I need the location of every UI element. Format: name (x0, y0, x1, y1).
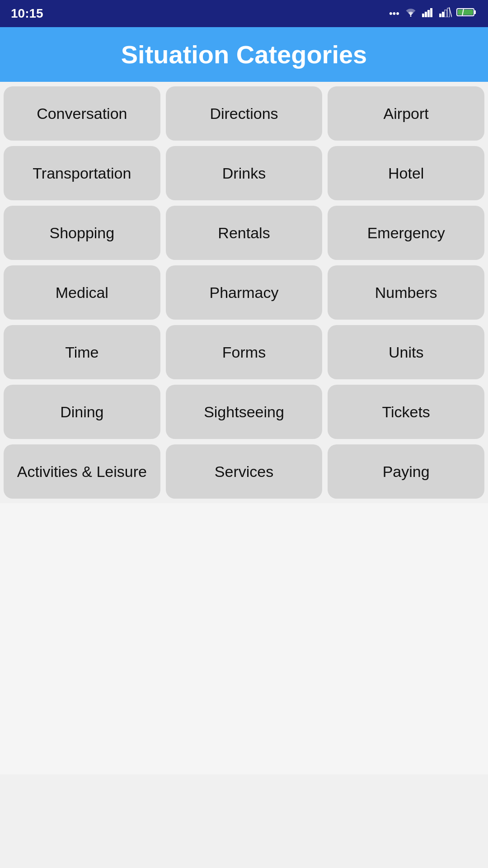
category-airport[interactable]: Airport (328, 86, 484, 141)
page-header: Situation Categories (0, 27, 488, 82)
category-label-directions: Directions (210, 104, 278, 123)
category-dining[interactable]: Dining (4, 385, 160, 439)
svg-rect-5 (439, 14, 441, 17)
category-medical[interactable]: Medical (4, 265, 160, 320)
svg-rect-7 (445, 10, 447, 17)
category-drinks[interactable]: Drinks (166, 146, 323, 200)
category-directions[interactable]: Directions (166, 86, 323, 141)
category-label-numbers: Numbers (375, 283, 437, 302)
category-label-units: Units (389, 343, 423, 362)
category-numbers[interactable]: Numbers (328, 265, 484, 320)
category-label-transportation: Transportation (33, 164, 131, 183)
category-label-drinks: Drinks (222, 164, 266, 183)
category-label-shopping: Shopping (49, 224, 114, 242)
category-rentals[interactable]: Rentals (166, 206, 323, 260)
svg-rect-1 (422, 14, 424, 17)
category-label-services: Services (215, 462, 273, 481)
category-label-hotel: Hotel (388, 164, 424, 183)
status-bar: 10:15 ••• (0, 0, 488, 27)
category-label-medical: Medical (56, 283, 108, 302)
category-time[interactable]: Time (4, 325, 160, 379)
wifi-icon (404, 7, 418, 20)
category-paying[interactable]: Paying (328, 444, 484, 499)
svg-rect-4 (430, 8, 432, 17)
category-transportation[interactable]: Transportation (4, 146, 160, 200)
category-conversation[interactable]: Conversation (4, 86, 160, 141)
svg-rect-11 (474, 10, 476, 14)
category-label-rentals: Rentals (218, 224, 270, 242)
category-sightseeing[interactable]: Sightseeing (166, 385, 323, 439)
category-label-dining: Dining (60, 403, 103, 421)
categories-grid: ConversationDirectionsAirportTransportat… (0, 82, 488, 503)
signal2-icon (439, 7, 452, 20)
status-icons: ••• (389, 7, 477, 20)
category-hotel[interactable]: Hotel (328, 146, 484, 200)
category-label-emergency: Emergency (367, 224, 445, 242)
svg-rect-2 (425, 12, 427, 17)
category-activities-leisure[interactable]: Activities & Leisure (4, 444, 160, 499)
category-label-airport: Airport (384, 104, 429, 123)
category-services[interactable]: Services (166, 444, 323, 499)
svg-rect-3 (427, 10, 430, 17)
dots-icon: ••• (389, 8, 399, 19)
battery-icon (456, 7, 477, 20)
page-title: Situation Categories (9, 40, 479, 69)
category-label-pharmacy: Pharmacy (209, 283, 278, 302)
category-label-conversation: Conversation (37, 104, 127, 123)
category-label-forms: Forms (222, 343, 266, 362)
category-label-time: Time (65, 343, 99, 362)
svg-rect-12 (458, 9, 473, 15)
category-pharmacy[interactable]: Pharmacy (166, 265, 323, 320)
category-tickets[interactable]: Tickets (328, 385, 484, 439)
category-label-activities-leisure: Activities & Leisure (17, 462, 147, 481)
status-time: 10:15 (11, 6, 43, 21)
category-units[interactable]: Units (328, 325, 484, 379)
svg-point-0 (410, 15, 412, 17)
category-forms[interactable]: Forms (166, 325, 323, 379)
category-label-tickets: Tickets (382, 403, 430, 421)
category-label-sightseeing: Sightseeing (204, 403, 284, 421)
category-label-paying: Paying (383, 462, 430, 481)
category-shopping[interactable]: Shopping (4, 206, 160, 260)
category-emergency[interactable]: Emergency (328, 206, 484, 260)
signal-icon (422, 7, 435, 20)
empty-area (0, 503, 488, 774)
svg-rect-8 (447, 8, 450, 17)
svg-rect-6 (442, 12, 444, 17)
